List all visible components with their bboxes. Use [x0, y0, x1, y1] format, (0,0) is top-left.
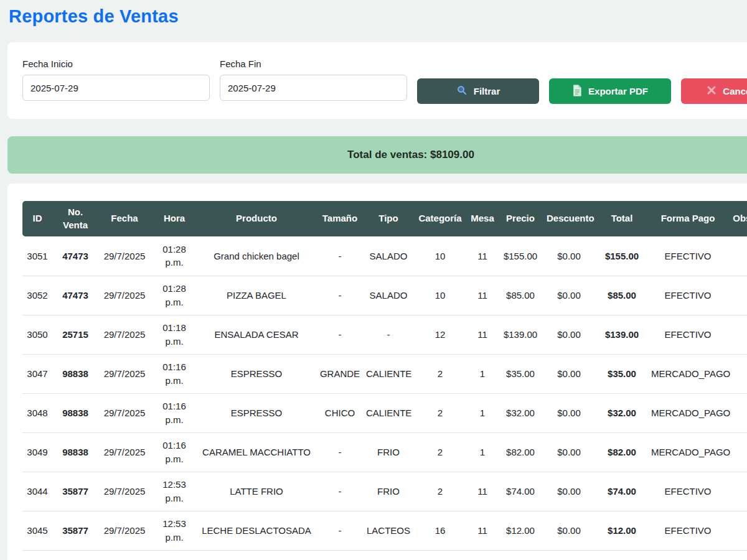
- cell-descuento: $0.00: [544, 236, 594, 276]
- cell-tipo: LACTEOS: [365, 511, 412, 550]
- cell-tipo: -: [365, 315, 412, 354]
- cell-precio: $82.00: [497, 432, 544, 472]
- column-header-3: Hora: [151, 201, 198, 236]
- cell-obs: [726, 236, 747, 276]
- start-date-input[interactable]: [22, 75, 210, 101]
- document-icon: [572, 85, 582, 98]
- cell-pago: MERCADO_PAGO: [650, 432, 726, 472]
- cell-tipo: FRIO: [365, 472, 412, 511]
- cell-pago: EFECTIVO: [650, 511, 726, 550]
- table-row: 30499883829/7/202501:16p.m.CARAMEL MACCH…: [22, 432, 747, 472]
- column-header-11: Total: [594, 201, 650, 236]
- cell-obs: [726, 550, 747, 560]
- cell-total: $155.00: [594, 236, 650, 276]
- cell-total: $12.00: [594, 511, 650, 550]
- filter-actions: Filtrar Exportar PDF: [417, 78, 747, 104]
- column-header-8: Mesa: [468, 201, 497, 236]
- cell-producto: ESPRESSO: [198, 393, 315, 432]
- cell-tipo: [365, 550, 412, 560]
- cell-total: $35.00: [594, 354, 650, 393]
- cell-mesa: 1: [468, 393, 497, 432]
- cell-tamano: [315, 550, 365, 560]
- total-sales-text: Total de ventas: $8109.00: [347, 149, 474, 161]
- table-row: 30502571529/7/202501:18p.m.ENSALADA CESA…: [22, 315, 747, 354]
- cell-precio: [497, 550, 544, 560]
- cell-descuento: $0.00: [544, 511, 594, 550]
- end-date-field: Fecha Fin: [220, 58, 407, 101]
- column-header-0: ID: [22, 201, 52, 236]
- start-date-label: Fecha Inicio: [22, 58, 210, 69]
- cell-fecha: 29/7/2025: [98, 236, 151, 276]
- cell-id: 3045: [22, 511, 52, 550]
- cell-tipo: CALIENTE: [365, 354, 412, 393]
- cell-total: $139.00: [594, 315, 650, 354]
- start-date-field: Fecha Inicio: [22, 58, 210, 101]
- total-sales-banner: Total de ventas: $8109.00: [7, 136, 747, 174]
- end-date-input[interactable]: [220, 75, 407, 101]
- cell-categoria: 10: [412, 276, 468, 315]
- cell-hora: 12:53p.m.: [151, 511, 198, 550]
- cell-producto: ENSALADA CESAR: [198, 315, 315, 354]
- cell-precio: $35.00: [497, 354, 544, 393]
- table-row: 30514747329/7/202501:28p.m.Grand chicken…: [22, 236, 747, 276]
- filter-button[interactable]: Filtrar: [417, 78, 539, 104]
- cell-producto: [198, 550, 315, 560]
- cell-fecha: 29/7/2025: [98, 354, 151, 393]
- cell-mesa: 11: [468, 236, 497, 276]
- sales-table-card: IDNo. VentaFechaHoraProductoTamañoTipoCa…: [7, 184, 747, 560]
- cell-fecha: 29/7/2025: [98, 550, 151, 560]
- cell-categoria: 12: [412, 315, 468, 354]
- cell-pago: EFECTIVO: [650, 236, 726, 276]
- cell-hora: 01:28p.m.: [151, 276, 198, 315]
- cell-hora: 01:28p.m.: [151, 236, 198, 276]
- table-row: 30463587729/7/202512:53p.m.: [22, 550, 747, 560]
- cell-descuento: $0.00: [544, 276, 594, 315]
- cell-producto: LATTE FRIO: [198, 472, 315, 511]
- cell-venta: 98838: [52, 354, 98, 393]
- cell-venta: 47473: [52, 276, 98, 315]
- cell-total: [594, 550, 650, 560]
- cell-tamano: -: [315, 236, 365, 276]
- cell-tamano: -: [315, 276, 365, 315]
- cell-fecha: 29/7/2025: [98, 432, 151, 472]
- export-pdf-button[interactable]: Exportar PDF: [549, 78, 671, 104]
- table-row: 30489883829/7/202501:16p.m.ESPRESSOCHICO…: [22, 393, 747, 432]
- cell-id: 3048: [22, 393, 52, 432]
- cell-id: 3049: [22, 432, 52, 472]
- cell-id: 3050: [22, 315, 52, 354]
- column-header-6: Tipo: [365, 201, 412, 236]
- cell-mesa: 1: [468, 354, 497, 393]
- cell-hora: 01:16p.m.: [151, 432, 198, 472]
- cell-categoria: 2: [412, 354, 468, 393]
- cell-hora: 01:18p.m.: [151, 315, 198, 354]
- cell-tamano: -: [315, 511, 365, 550]
- cell-tipo: CALIENTE: [365, 393, 412, 432]
- cell-total: $85.00: [594, 276, 650, 315]
- sales-table: IDNo. VentaFechaHoraProductoTamañoTipoCa…: [22, 201, 747, 560]
- table-row: 30524747329/7/202501:28p.m.PIZZA BAGEL-S…: [22, 276, 747, 315]
- cell-tamano: -: [315, 472, 365, 511]
- cell-mesa: 11: [468, 315, 497, 354]
- cell-pago: EFECTIVO: [650, 315, 726, 354]
- cell-categoria: [412, 550, 468, 560]
- cell-fecha: 29/7/2025: [98, 315, 151, 354]
- x-icon: [707, 85, 716, 97]
- column-header-7: Categoría: [412, 201, 468, 236]
- cell-venta: 35877: [52, 550, 98, 560]
- cell-categoria: 2: [412, 393, 468, 432]
- cell-mesa: 11: [468, 472, 497, 511]
- cancel-button[interactable]: Cancelar: [681, 78, 747, 104]
- cell-precio: $85.00: [497, 276, 544, 315]
- cell-mesa: 11: [468, 511, 497, 550]
- cell-hora: 01:16p.m.: [151, 393, 198, 432]
- cell-precio: $32.00: [497, 393, 544, 432]
- cell-id: 3047: [22, 354, 52, 393]
- cell-venta: 35877: [52, 511, 98, 550]
- cell-producto: ESPRESSO: [198, 354, 315, 393]
- table-row: 30443587729/7/202512:53p.m.LATTE FRIO-FR…: [22, 472, 747, 511]
- cell-fecha: 29/7/2025: [98, 511, 151, 550]
- cell-id: 3044: [22, 472, 52, 511]
- cell-pago: MERCADO_PAGO: [650, 354, 726, 393]
- cell-producto: CARAMEL MACCHIATTO: [198, 432, 315, 472]
- cell-descuento: $0.00: [544, 354, 594, 393]
